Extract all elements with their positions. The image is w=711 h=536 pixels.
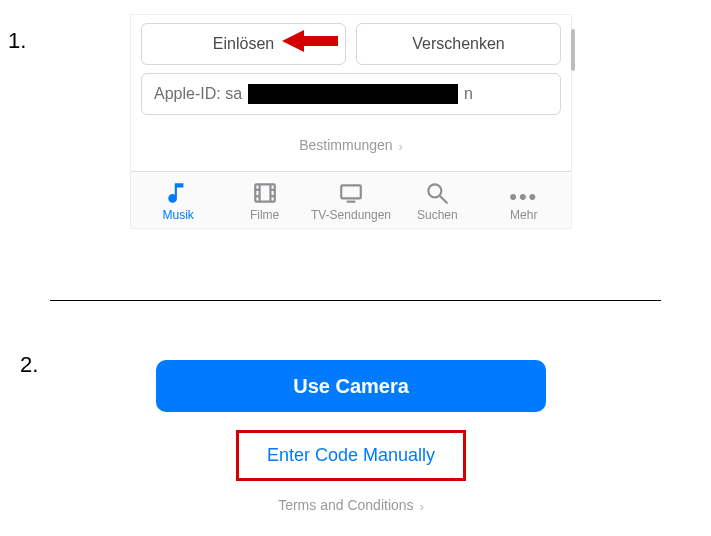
apple-id-button[interactable]: Apple-ID: sa n bbox=[141, 73, 561, 115]
terms-link[interactable]: Bestimmungen › bbox=[131, 125, 571, 171]
annotation-highlight-box: Enter Code Manually bbox=[236, 430, 466, 481]
terms-and-conditions-link[interactable]: Terms and Conditions › bbox=[130, 497, 572, 513]
step-2-number: 2. bbox=[20, 352, 38, 378]
itunes-account-panel: Einlösen Verschenken Apple-ID: sa n Best… bbox=[130, 14, 572, 229]
more-icon: ••• bbox=[509, 188, 538, 206]
apple-id-row: Apple-ID: sa n bbox=[131, 73, 571, 125]
tab-search[interactable]: Suchen bbox=[396, 180, 478, 222]
action-button-row: Einlösen Verschenken bbox=[131, 15, 571, 73]
svg-point-9 bbox=[429, 184, 442, 197]
redeem-button[interactable]: Einlösen bbox=[141, 23, 346, 65]
redeem-code-panel: Use Camera Enter Code Manually Terms and… bbox=[130, 350, 572, 513]
search-icon bbox=[424, 180, 450, 206]
scroll-indicator bbox=[571, 29, 575, 71]
apple-id-suffix: n bbox=[464, 85, 473, 103]
apple-id-prefix: Apple-ID: sa bbox=[154, 85, 242, 103]
terms2-label: Terms and Conditions bbox=[278, 497, 413, 513]
film-icon bbox=[252, 180, 278, 206]
step-1-number: 1. bbox=[8, 28, 26, 54]
tab-search-label: Suchen bbox=[417, 208, 458, 222]
tab-music-label: Musik bbox=[163, 208, 194, 222]
svg-rect-0 bbox=[255, 184, 275, 201]
redeem-button-label: Einlösen bbox=[213, 35, 274, 53]
tab-movies[interactable]: Filme bbox=[224, 180, 306, 222]
gift-button[interactable]: Verschenken bbox=[356, 23, 561, 65]
tab-tv-label: TV-Sendungen bbox=[311, 208, 391, 222]
tab-movies-label: Filme bbox=[250, 208, 279, 222]
chevron-right-icon: › bbox=[419, 499, 423, 514]
use-camera-label: Use Camera bbox=[293, 375, 409, 398]
terms-label: Bestimmungen bbox=[299, 137, 392, 153]
tab-music[interactable]: Musik bbox=[137, 180, 219, 222]
use-camera-button[interactable]: Use Camera bbox=[156, 360, 546, 412]
gift-button-label: Verschenken bbox=[412, 35, 505, 53]
tab-more-label: Mehr bbox=[510, 208, 537, 222]
enter-code-manually-link[interactable]: Enter Code Manually bbox=[267, 445, 435, 465]
music-icon bbox=[165, 180, 191, 206]
chevron-right-icon: › bbox=[398, 139, 402, 154]
section-divider bbox=[50, 300, 661, 301]
apple-id-redacted bbox=[248, 84, 458, 104]
svg-rect-7 bbox=[341, 185, 361, 198]
tab-tv[interactable]: TV-Sendungen bbox=[310, 180, 392, 222]
tab-more[interactable]: ••• Mehr bbox=[483, 188, 565, 222]
tab-bar: Musik Filme TV-Sendungen bbox=[131, 171, 571, 228]
tv-icon bbox=[338, 180, 364, 206]
svg-line-10 bbox=[441, 196, 448, 203]
